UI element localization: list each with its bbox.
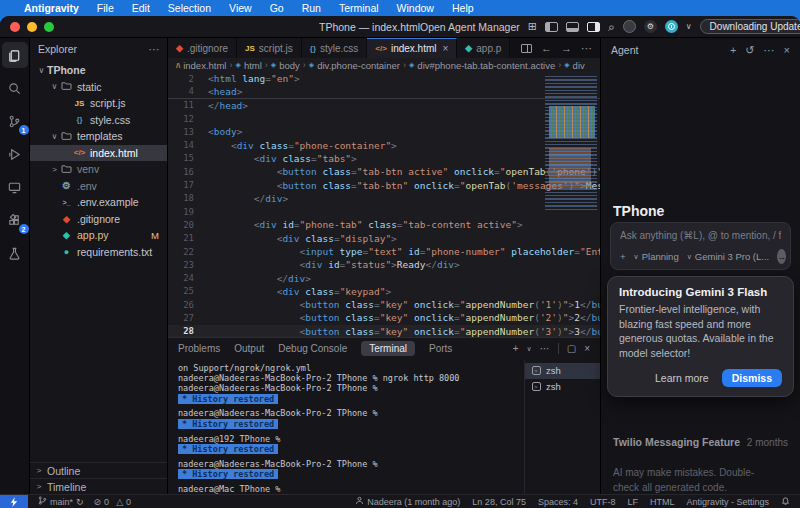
tree-item-tphone[interactable]: ∨TPhone bbox=[30, 62, 167, 79]
breadcrumb-html[interactable]: ◈html bbox=[235, 60, 261, 71]
open-agent-manager-button[interactable]: Open Agent Manager bbox=[420, 21, 520, 33]
activitybar-extensions-icon[interactable]: 2 bbox=[2, 207, 28, 233]
sync-icon[interactable]: ↻ bbox=[76, 497, 84, 507]
split-editor-icon[interactable] bbox=[521, 44, 532, 53]
new-conversation-icon[interactable]: + bbox=[730, 44, 736, 57]
tree-item-requirements-txt[interactable]: ●requirements.txt bbox=[30, 244, 167, 261]
panel-tab-debug-console[interactable]: Debug Console bbox=[278, 343, 347, 354]
breadcrumb-body[interactable]: ◈body bbox=[271, 60, 300, 71]
code-line-22[interactable]: 22 <input type="text" id="phone-number" … bbox=[168, 245, 600, 258]
tree-item--gitignore[interactable]: ◆.gitignore bbox=[30, 211, 167, 228]
terminal-output[interactable]: on Support/ngrok/ngrok.ymlnadeera@Nadeer… bbox=[168, 360, 524, 494]
menu-item-go[interactable]: Go bbox=[261, 2, 293, 14]
settings-gear-icon[interactable]: ⚙ bbox=[644, 20, 657, 33]
send-message-icon[interactable]: → bbox=[777, 249, 786, 264]
planning-mode-dropdown[interactable]: ∨Planning bbox=[634, 251, 679, 262]
minimap[interactable] bbox=[545, 76, 597, 210]
menu-item-run[interactable]: Run bbox=[293, 2, 330, 14]
menu-item-edit[interactable]: Edit bbox=[123, 2, 159, 14]
terminal-session-zsh[interactable]: >zsh bbox=[525, 363, 600, 379]
cursor-position[interactable]: Ln 28, Col 75 bbox=[472, 497, 526, 507]
eol-setting[interactable]: LF bbox=[627, 497, 638, 507]
tree-item-templates[interactable]: ∨templates bbox=[30, 128, 167, 145]
search-icon[interactable]: ⌕ bbox=[608, 21, 615, 33]
tab-script-js[interactable]: JS script.js bbox=[237, 38, 302, 58]
conversation-history-item[interactable]: Twilio Messaging Feature 2 months bbox=[613, 436, 788, 448]
navigate-back-icon[interactable]: ← bbox=[541, 42, 552, 54]
terminal-session-zsh[interactable]: >zsh bbox=[525, 379, 600, 395]
code-line-14[interactable]: 14 <div class="phone-container"> bbox=[168, 138, 600, 151]
code-line-23[interactable]: 23 <div id="status">Ready</div> bbox=[168, 258, 600, 271]
panel-tab-ports[interactable]: Ports bbox=[429, 343, 452, 354]
timeline-section[interactable]: >Timeline bbox=[30, 478, 167, 494]
downloading-update-button[interactable]: Downloading Update bbox=[700, 19, 800, 34]
explorer-more-actions-icon[interactable]: ⋯ bbox=[149, 43, 160, 55]
blame-author[interactable]: Nadeera (1 month ago) bbox=[355, 496, 460, 507]
editor-more-actions-icon[interactable]: ⋯ bbox=[581, 42, 592, 55]
maximize-panel-icon[interactable]: ▢ bbox=[567, 343, 576, 354]
menu-item-help[interactable]: Help bbox=[443, 2, 483, 14]
close-window-button[interactable] bbox=[10, 22, 20, 32]
activitybar-search-icon[interactable] bbox=[2, 75, 28, 101]
update-clock-icon[interactable] bbox=[665, 20, 678, 33]
menu-item-view[interactable]: View bbox=[220, 2, 261, 14]
code-line-11[interactable]: 11</head> bbox=[168, 99, 600, 112]
model-selector-dropdown[interactable]: ∨Gemini 3 Pro (L... bbox=[687, 251, 770, 262]
outline-section[interactable]: >Outline bbox=[30, 462, 167, 478]
language-mode[interactable]: HTML bbox=[650, 497, 675, 507]
tree-item-index-html[interactable]: </>index.html bbox=[30, 145, 167, 162]
agent-manager-icon[interactable]: ⊞ bbox=[528, 21, 537, 32]
toggle-panel-icon[interactable] bbox=[566, 22, 579, 32]
code-line-19[interactable]: 19 bbox=[168, 205, 600, 218]
panel-tab-problems[interactable]: Problems bbox=[178, 343, 220, 354]
learn-more-link[interactable]: Learn more bbox=[655, 372, 709, 384]
tree-item--env-example[interactable]: >_.env.example bbox=[30, 194, 167, 211]
tab-style-css[interactable]: {} style.css bbox=[302, 38, 368, 58]
encoding-setting[interactable]: UTF-8 bbox=[590, 497, 616, 507]
tree-item-venv[interactable]: >venv bbox=[30, 161, 167, 178]
code-line-28[interactable]: 28 <button class="key" onclick="appendNu… bbox=[168, 325, 600, 337]
panel-more-actions-icon[interactable]: ⋯ bbox=[540, 343, 550, 354]
activitybar-source-control-icon[interactable]: 1 bbox=[2, 108, 28, 134]
code-editor[interactable]: 2<html lang="en">4<head>11</head>1213<bo… bbox=[168, 72, 600, 337]
activitybar-explorer-icon[interactable] bbox=[2, 42, 28, 68]
activitybar-testing-icon[interactable] bbox=[2, 240, 28, 266]
code-line-12[interactable]: 12 bbox=[168, 112, 600, 125]
code-line-21[interactable]: 21 <div class="display"> bbox=[168, 232, 600, 245]
code-line-26[interactable]: 26 <button class="key" onclick="appendNu… bbox=[168, 298, 600, 311]
code-line-2[interactable]: 2<html lang="en"> bbox=[168, 72, 600, 85]
conversation-history-icon[interactable]: ↺ bbox=[745, 44, 754, 57]
tree-item--env[interactable]: ⚙.env bbox=[30, 178, 167, 195]
activitybar-run-debug-icon[interactable] bbox=[2, 141, 28, 167]
navigate-forward-icon[interactable]: → bbox=[561, 42, 572, 54]
menu-app-name[interactable]: Antigravity bbox=[10, 2, 88, 14]
panel-tab-output[interactable]: Output bbox=[234, 343, 264, 354]
zoom-window-button[interactable] bbox=[44, 22, 54, 32]
new-terminal-icon[interactable]: + bbox=[513, 343, 519, 354]
close-agent-panel-icon[interactable]: × bbox=[784, 44, 790, 57]
code-line-24[interactable]: 24 </div> bbox=[168, 271, 600, 284]
breadcrumb-div[interactable]: ◈div bbox=[564, 60, 585, 71]
code-line-13[interactable]: 13<body> bbox=[168, 125, 600, 138]
code-line-25[interactable]: 25 <div class="keypad"> bbox=[168, 285, 600, 298]
remote-indicator-icon[interactable] bbox=[0, 495, 28, 508]
code-line-15[interactable]: 15 <div class="tabs"> bbox=[168, 152, 600, 165]
terminal-dropdown-chevron-icon[interactable]: ∨ bbox=[527, 345, 532, 353]
code-line-17[interactable]: 17 <button class="tab-btn" onclick="open… bbox=[168, 178, 600, 191]
code-line-18[interactable]: 18 </div> bbox=[168, 192, 600, 205]
tab-app-py[interactable]: ◆ app.p bbox=[457, 38, 510, 58]
agent-more-actions-icon[interactable]: ⋯ bbox=[764, 44, 775, 57]
menu-item-window[interactable]: Window bbox=[388, 2, 443, 14]
problems-indicator[interactable]: ⊘0 △0 bbox=[94, 497, 132, 507]
tree-chevron-icon[interactable]: > bbox=[49, 165, 60, 174]
tree-chevron-icon[interactable]: ∨ bbox=[49, 132, 60, 141]
attach-context-icon[interactable]: + bbox=[620, 251, 626, 262]
chevron-down-icon[interactable]: ∨ bbox=[686, 23, 692, 31]
toggle-primary-sidebar-icon[interactable] bbox=[545, 22, 558, 32]
tree-item-static[interactable]: ∨static bbox=[30, 79, 167, 96]
menu-item-file[interactable]: File bbox=[88, 2, 123, 14]
close-panel-icon[interactable]: × bbox=[584, 343, 590, 354]
settings-link[interactable]: Antigravity - Settings bbox=[686, 497, 769, 507]
breadcrumb-phone-tab[interactable]: ◈div#phone-tab.tab-content.active bbox=[409, 60, 555, 71]
code-line-4[interactable]: 4<head> bbox=[168, 85, 600, 98]
